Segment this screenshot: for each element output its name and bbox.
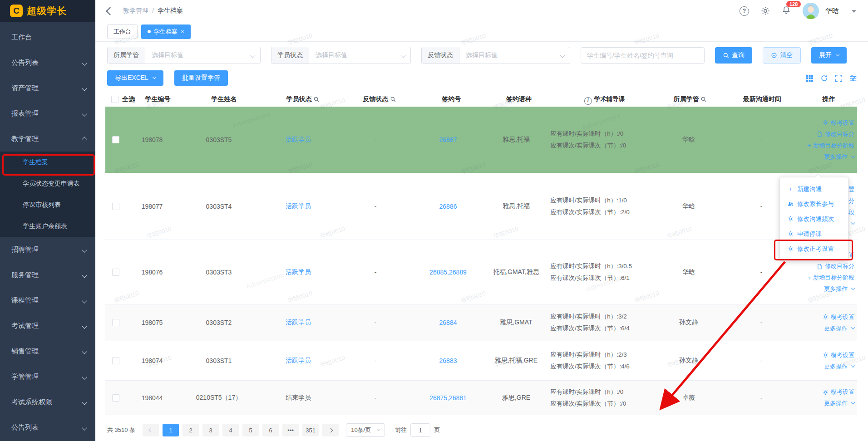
avatar[interactable] xyxy=(803,3,819,19)
dropdown-item-new-communication[interactable]: +新建沟通 xyxy=(780,181,848,196)
op-more[interactable]: 更多操作 xyxy=(824,153,854,161)
status-link[interactable]: 活跃学员 xyxy=(286,268,311,275)
table-row[interactable]: 198074 0303ST1 活跃学员 - 26883 雅思,托福,GRE 应有… xyxy=(105,341,857,381)
sidebar-item-assets[interactable]: 资产管理 xyxy=(0,75,95,101)
op-more[interactable]: 更多操作 xyxy=(824,285,854,293)
back-chevron-icon[interactable] xyxy=(106,7,114,15)
status-link[interactable]: 活跃学员 xyxy=(286,318,311,326)
next-page-button[interactable] xyxy=(322,424,339,436)
sidebar-item-recruiting[interactable]: 招聘管理 xyxy=(0,237,95,262)
breadcrumb-section[interactable]: 教学管理 xyxy=(123,7,148,15)
page-button[interactable]: 3 xyxy=(202,424,219,436)
table-row[interactable]: 198078 0303ST5 活跃学员 - 26887 雅思,托福 应有课时/实… xyxy=(105,107,857,173)
page-button[interactable]: 5 xyxy=(242,424,259,436)
row-checkbox[interactable] xyxy=(112,269,119,276)
dropdown-item-apply-suspend[interactable]: 申请停课 xyxy=(780,226,848,241)
op-more[interactable]: 更多操作 xyxy=(824,324,854,333)
table-row[interactable]: 198044 0210ST5（17） 结束学员 - 26875,26881 雅思… xyxy=(105,381,857,415)
search-icon[interactable] xyxy=(390,96,396,102)
search-icon[interactable] xyxy=(313,96,319,102)
sidebar-item-teaching[interactable]: 教学管理 xyxy=(0,126,95,152)
sign-no-link[interactable]: 26886 xyxy=(439,203,457,210)
batch-set-manager-button[interactable]: 批量设置学管 xyxy=(174,70,228,86)
more-pages-button[interactable]: ••• xyxy=(282,424,299,436)
chevron-down-icon[interactable] xyxy=(852,10,856,13)
sidebar-item-suspend-review[interactable]: 停课审核列表 xyxy=(0,194,95,216)
filter-status-select[interactable]: 选择目标值 xyxy=(309,47,401,64)
search-icon[interactable] xyxy=(700,96,706,102)
sidebar-item-account-balance[interactable]: 学生账户余额表 xyxy=(0,216,95,237)
info-icon[interactable]: i xyxy=(584,97,592,105)
op-mock-exam[interactable]: 模考设置 xyxy=(823,388,854,396)
table-row[interactable]: 198076 0303ST3 活跃学员 - 26885,26889 托福,GMA… xyxy=(105,240,857,304)
select-all-checkbox[interactable] xyxy=(111,96,118,103)
row-checkbox[interactable] xyxy=(112,203,119,210)
dropdown-item-edit-formal-exam[interactable]: 修改正考设置 xyxy=(780,241,848,256)
filter-status[interactable]: 学员状态 选择目标值 xyxy=(271,47,411,64)
op-edit-target[interactable]: 修改目标分 xyxy=(817,262,854,270)
page-button[interactable]: 351 xyxy=(302,424,319,436)
search-input[interactable] xyxy=(581,47,705,64)
sign-no-link[interactable]: 26884 xyxy=(439,319,457,326)
op-mock-exam[interactable]: 模考设置 xyxy=(823,313,854,321)
sidebar-item-student-file[interactable]: 学生档案 xyxy=(0,152,95,173)
sidebar-item-exams[interactable]: 考试管理 xyxy=(0,313,95,338)
filter-owner-select[interactable]: 选择目标值 xyxy=(145,47,251,64)
export-excel-button[interactable]: 导出EXCEL xyxy=(107,70,163,86)
dropdown-item-edit-comm-frequency[interactable]: 修改沟通频次 xyxy=(780,211,848,226)
op-mock-exam[interactable]: 模考设置 xyxy=(823,351,854,359)
table-row[interactable]: 198075 0303ST2 活跃学员 - 26884 雅思,GMAT 应有课时… xyxy=(105,304,857,341)
tab-workbench[interactable]: 工作台 xyxy=(107,24,138,39)
page-button[interactable]: 6 xyxy=(262,424,279,436)
row-checkbox[interactable] xyxy=(112,319,119,326)
table-row[interactable]: 198077 0303ST4 活跃学员 - 26886 雅思,托福 应有课时/实… xyxy=(105,173,857,240)
sidebar-item-status-change[interactable]: 学员状态变更申请表 xyxy=(0,173,95,194)
op-mock-exam[interactable]: 模考设置 xyxy=(823,119,854,127)
sidebar-item-exam-permission[interactable]: 考试系统权限 xyxy=(0,389,95,415)
page-button[interactable]: 1 xyxy=(163,424,179,436)
notifications-bell[interactable]: 128 xyxy=(782,5,791,16)
gear-icon[interactable] xyxy=(761,6,770,15)
grid-view-icon[interactable] xyxy=(806,74,814,82)
op-more[interactable]: 更多操作 xyxy=(824,363,854,371)
page-button[interactable]: 4 xyxy=(222,424,239,436)
sidebar-item-announcements[interactable]: 公告列表 xyxy=(0,50,95,75)
user-name[interactable]: 华晗 xyxy=(825,7,839,15)
sidebar-item-service[interactable]: 服务管理 xyxy=(0,262,95,288)
status-link[interactable]: 活跃学员 xyxy=(286,202,311,210)
sign-no-link[interactable]: 26883 xyxy=(439,357,457,364)
goto-page-input[interactable] xyxy=(410,423,430,437)
sidebar-item-announcements-2[interactable]: 公告列表 xyxy=(0,415,95,440)
filter-feedback-select[interactable]: 选择目标值 xyxy=(459,47,561,64)
page-button[interactable]: 2 xyxy=(182,424,199,436)
tab-student-file[interactable]: 学生档案 × xyxy=(141,24,191,39)
column-filter-icon[interactable] xyxy=(849,74,857,82)
row-checkbox[interactable] xyxy=(112,357,119,364)
sign-no-link[interactable]: 26875,26881 xyxy=(429,394,467,402)
prev-page-button[interactable] xyxy=(143,424,159,436)
row-checkbox[interactable] xyxy=(112,136,119,143)
filter-feedback[interactable]: 反馈状态 选择目标值 xyxy=(421,47,570,64)
page-size-select[interactable]: 10条/页 xyxy=(346,423,385,437)
row-checkbox[interactable] xyxy=(112,394,119,402)
fullscreen-icon[interactable] xyxy=(835,74,843,82)
clear-button[interactable]: 清空 xyxy=(763,47,801,64)
status-link[interactable]: 活跃学员 xyxy=(286,136,311,143)
expand-button[interactable]: 展开 xyxy=(811,47,847,64)
op-more[interactable]: 更多操作 xyxy=(824,399,854,407)
filter-owner[interactable]: 所属学管 选择目标值 xyxy=(107,47,261,64)
op-edit-target[interactable]: 修改目标分 xyxy=(817,130,854,138)
sidebar-item-sales[interactable]: 销售管理 xyxy=(0,338,95,364)
status-link[interactable]: 活跃学员 xyxy=(286,357,311,364)
sign-no-link[interactable]: 26885,26889 xyxy=(429,269,467,276)
query-button[interactable]: 查询 xyxy=(715,47,752,64)
help-icon[interactable]: ? xyxy=(740,6,749,16)
dropdown-item-edit-parent-participation[interactable]: 修改家长参与 xyxy=(780,196,848,211)
sidebar-item-study-admin[interactable]: 学管管理 xyxy=(0,364,95,389)
sidebar-item-reports[interactable]: 报表管理 xyxy=(0,101,95,126)
op-add-target-stage[interactable]: +新增目标分阶段 xyxy=(807,274,854,282)
sidebar-item-courses[interactable]: 课程管理 xyxy=(0,288,95,313)
sign-no-link[interactable]: 26887 xyxy=(439,136,457,143)
close-icon[interactable]: × xyxy=(181,28,184,35)
refresh-icon[interactable] xyxy=(820,74,828,82)
